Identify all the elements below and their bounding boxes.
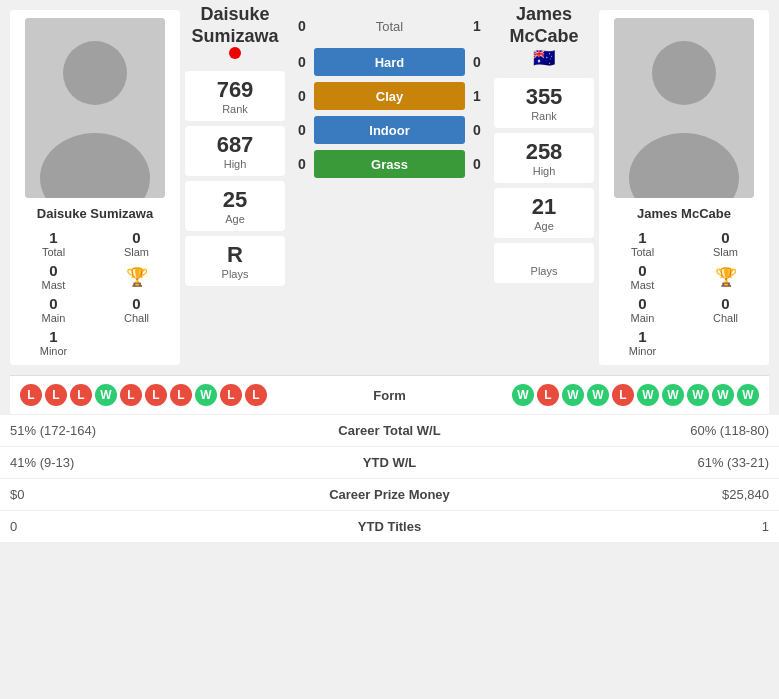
clay-badge: Clay — [314, 82, 465, 110]
surface-rows: 0 Hard 0 0 Clay 1 0 Indoor 0 0 Grass — [290, 46, 489, 365]
form-badge-l: L — [612, 384, 634, 406]
form-row: LLLWLLLWLL Form WLWWLWWWWW — [10, 375, 769, 415]
player2-slam-label: Slam — [690, 246, 761, 258]
player2-name-center-header: JamesMcCabe — [494, 10, 594, 42]
player2-main-label: Main — [607, 312, 678, 324]
center-stats-col: DaisukeSumizawa 769 Rank 687 High 25 Age… — [185, 10, 285, 365]
total-label: Total — [314, 19, 465, 34]
player1-name-center-header: DaisukeSumizawa — [185, 10, 285, 42]
player1-minor-label: Minor — [18, 345, 89, 357]
clay-score-left: 0 — [290, 88, 314, 104]
svg-point-4 — [652, 41, 716, 105]
indoor-score-right: 0 — [465, 122, 489, 138]
player2-plays-val — [504, 249, 584, 265]
hard-score-right: 0 — [465, 54, 489, 70]
indoor-badge: Indoor — [314, 116, 465, 144]
player1-rank-val: 769 — [195, 77, 275, 103]
prize-label: Career Prize Money — [290, 487, 490, 502]
player1-career-wl: 51% (172-164) — [10, 423, 290, 438]
titles-row: 0 YTD Titles 1 — [0, 511, 779, 543]
player1-chall-val: 0 — [101, 295, 172, 312]
player1-stats: 1 Total 0 Slam 0 Mast 🏆 0 Main 0 — [18, 229, 172, 357]
form-badge-w: W — [737, 384, 759, 406]
player2-prize: $25,840 — [490, 487, 770, 502]
right-stats-col: JamesMcCabe 🇦🇺 355 Rank 258 High 21 Age … — [494, 10, 594, 365]
player1-flag-circle — [229, 47, 241, 59]
player1-plays-box: R Plays — [185, 236, 285, 286]
player1-plays-val: R — [195, 242, 275, 268]
career-total-label: Career Total W/L — [290, 423, 490, 438]
hard-score-left: 0 — [290, 54, 314, 70]
player2-center-name: JamesMcCabe — [509, 4, 578, 47]
form-badge-w: W — [562, 384, 584, 406]
player2-titles: 1 — [490, 519, 770, 534]
player2-high-val: 258 — [504, 139, 584, 165]
form-badge-w: W — [587, 384, 609, 406]
player1-trophy-icon: 🏆 — [101, 262, 172, 291]
player1-photo — [25, 18, 165, 198]
hard-row: 0 Hard 0 — [290, 46, 489, 78]
player2-minor-val: 1 — [607, 328, 678, 345]
form-badge-w: W — [687, 384, 709, 406]
player1-high-val: 687 — [195, 132, 275, 158]
player2-main-group: 0 Main — [607, 295, 678, 324]
form-badge-w: W — [195, 384, 217, 406]
player2-minor-group: 1 Minor — [607, 328, 678, 357]
player1-main-group: 0 Main — [18, 295, 89, 324]
player1-card: Daisuke Sumizawa 1 Total 0 Slam 0 Mast 🏆… — [10, 10, 180, 365]
form-label: Form — [320, 388, 460, 403]
player1-flag-area — [185, 47, 285, 62]
form-badge-l: L — [20, 384, 42, 406]
player1-high-box: 687 High — [185, 126, 285, 176]
career-total-row: 51% (172-164) Career Total W/L 60% (118-… — [0, 415, 779, 447]
player1-chall-group: 0 Chall — [101, 295, 172, 324]
player1-mast-group: 0 Mast — [18, 262, 89, 291]
player2-plays-box: Plays — [494, 243, 594, 283]
clay-row: 0 Clay 1 — [290, 80, 489, 112]
player2-chall-label: Chall — [690, 312, 761, 324]
prize-row: $0 Career Prize Money $25,840 — [0, 479, 779, 511]
player2-form: WLWWLWWWWW — [460, 384, 760, 406]
form-badge-l: L — [45, 384, 67, 406]
player1-minor-group: 1 Minor — [18, 328, 89, 357]
ytd-label: YTD W/L — [290, 455, 490, 470]
player1-age-box: 25 Age — [185, 181, 285, 231]
player2-high-label: High — [504, 165, 584, 177]
player1-name: Daisuke Sumizawa — [37, 206, 153, 221]
form-badge-l: L — [120, 384, 142, 406]
player2-flag-area: 🇦🇺 — [494, 47, 594, 69]
form-badge-w: W — [712, 384, 734, 406]
player2-mast-val: 0 — [607, 262, 678, 279]
form-badge-w: W — [662, 384, 684, 406]
form-badge-w: W — [95, 384, 117, 406]
player1-titles: 0 — [10, 519, 290, 534]
player-comparison: Daisuke Sumizawa 1 Total 0 Slam 0 Mast 🏆… — [0, 0, 779, 375]
player2-name: James McCabe — [637, 206, 731, 221]
form-badge-l: L — [537, 384, 559, 406]
player2-total-val: 1 — [607, 229, 678, 246]
player1-age-label: Age — [195, 213, 275, 225]
form-badge-w: W — [637, 384, 659, 406]
player2-chall-val: 0 — [690, 295, 761, 312]
player1-rank-label: Rank — [195, 103, 275, 115]
player2-photo — [614, 18, 754, 198]
player2-career-wl: 60% (118-80) — [490, 423, 770, 438]
total-score-left: 0 — [290, 18, 314, 34]
player2-rank-val: 355 — [504, 84, 584, 110]
player2-main-val: 0 — [607, 295, 678, 312]
player2-plays-label: Plays — [504, 265, 584, 277]
player1-slam-val: 0 — [101, 229, 172, 246]
player2-mast-group: 0 Mast — [607, 262, 678, 291]
player2-rank-label: Rank — [504, 110, 584, 122]
player1-center-name: DaisukeSumizawa — [191, 4, 278, 47]
surface-col: 0 Total 1 0 Hard 0 0 Clay 1 0 Indoor — [290, 10, 489, 365]
player1-high-label: High — [195, 158, 275, 170]
player2-rank-box: 355 Rank — [494, 78, 594, 128]
main-container: Daisuke Sumizawa 1 Total 0 Slam 0 Mast 🏆… — [0, 0, 779, 543]
player2-high-box: 258 High — [494, 133, 594, 183]
player2-card: James McCabe 1 Total 0 Slam 0 Mast 🏆 0 M… — [599, 10, 769, 365]
hard-badge: Hard — [314, 48, 465, 76]
player1-slam-group: 0 Slam — [101, 229, 172, 258]
svg-point-1 — [63, 41, 127, 105]
player2-slam-group: 0 Slam — [690, 229, 761, 258]
